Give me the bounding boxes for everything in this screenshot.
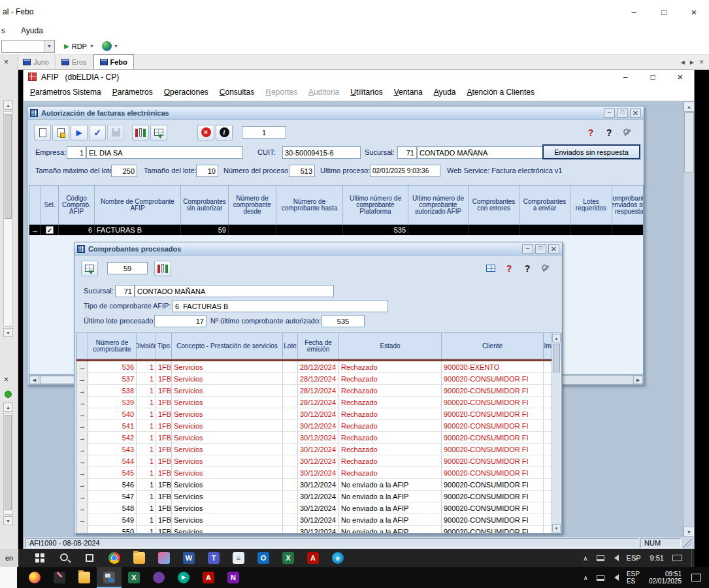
enviados-sin-respuesta-button[interactable]: Enviados sin respuesta [542, 144, 640, 159]
tamano-maximo-field[interactable]: 250 [111, 165, 137, 177]
grid-row[interactable]: 55011FBServicios30/12/2024No enviado a l… [76, 526, 552, 534]
scroll-up-icon[interactable]: ▲ [3, 101, 13, 110]
row-marker[interactable] [76, 491, 88, 502]
scroll-tabs-right-icon[interactable]: ▶ [690, 59, 694, 65]
scroll-up-icon[interactable]: ▲ [3, 402, 13, 412]
clock[interactable]: 9:51 [650, 554, 664, 562]
help-button[interactable] [519, 261, 536, 276]
file-explorer-button[interactable] [72, 567, 97, 588]
info-button[interactable] [216, 125, 233, 140]
grid-row[interactable]: 54111FBServicios30/12/2024Rechazado90002… [76, 420, 552, 432]
close-button[interactable] [548, 244, 559, 253]
close-button[interactable] [679, 0, 709, 24]
volume-icon[interactable] [611, 574, 619, 581]
minimize-button[interactable] [522, 244, 533, 253]
checkbox[interactable] [46, 226, 54, 234]
row-marker[interactable] [29, 225, 41, 235]
row-marker[interactable] [76, 455, 88, 466]
tools-button[interactable] [537, 261, 554, 276]
menu-parámetros-sistema[interactable]: Parámetros Sistema [30, 88, 101, 97]
search-button[interactable] [52, 549, 77, 567]
properties-button[interactable] [52, 125, 69, 140]
language-indicator[interactable]: ESP [627, 554, 641, 562]
rdp-protocol-button[interactable]: ▶ RDP ▼ [64, 42, 94, 50]
context-help-button[interactable] [501, 261, 518, 276]
launcher-button[interactable] [146, 567, 171, 588]
row-marker[interactable] [76, 385, 88, 396]
volume-icon[interactable] [611, 555, 619, 561]
sucursal-name-field[interactable]: CONTADO MAÑANA [135, 285, 334, 297]
design-tool-button[interactable] [47, 567, 72, 588]
task-view-button[interactable] [77, 549, 102, 567]
maximize-button[interactable] [617, 108, 628, 118]
menu-item-partial[interactable]: s [1, 26, 5, 35]
mdi-scrollbar[interactable]: ▲ ▼ [683, 101, 694, 537]
scrollbar-thumb[interactable] [5, 114, 12, 219]
row-marker[interactable] [76, 373, 88, 384]
row-marker[interactable] [76, 397, 88, 408]
scroll-left-icon[interactable]: ◀ [29, 376, 39, 384]
outlook-button[interactable] [251, 549, 276, 567]
row-marker[interactable] [76, 479, 88, 490]
tab-juno[interactable]: Juno [17, 55, 56, 69]
scroll-right-icon[interactable]: ▶ [633, 376, 643, 384]
new-button[interactable] [34, 125, 51, 140]
close-button[interactable] [667, 70, 694, 84]
empresa-name-field[interactable]: EL DIA SA [86, 146, 243, 159]
empresa-code-field[interactable]: 1 [67, 146, 86, 159]
minimize-button[interactable] [604, 108, 615, 118]
tab-eros[interactable]: Eros [56, 55, 93, 69]
context-help-button[interactable] [582, 125, 599, 140]
connection-combobox[interactable]: ▼ [1, 40, 55, 53]
proc-grid-vscrollbar[interactable]: ▲ ▼ [552, 334, 561, 532]
sucursal-code-field[interactable]: 71 [115, 285, 135, 297]
row-marker[interactable] [76, 432, 88, 443]
maximize-button[interactable] [535, 244, 546, 253]
network-icon[interactable] [597, 575, 604, 581]
grid-row[interactable]: 54211FBServicios30/12/2024Rechazado90002… [76, 432, 552, 444]
show-desktop-button[interactable] [691, 549, 695, 567]
proc-titlebar[interactable]: Comprobantes procesados [74, 242, 562, 255]
scrollbar[interactable] [3, 413, 13, 515]
grid-row[interactable]: 54511FBServicios30/12/2024Rechazado90002… [76, 467, 552, 479]
close-icon[interactable]: × [4, 57, 8, 67]
scroll-down-icon[interactable]: ▼ [3, 328, 13, 337]
menu-ventana[interactable]: Ventana [394, 88, 423, 97]
help-button[interactable] [601, 125, 618, 140]
row-marker[interactable] [76, 514, 88, 525]
resize-grip[interactable] [683, 538, 692, 547]
scrollbar-thumb[interactable] [684, 112, 694, 172]
grid-row[interactable]: 54411FBServicios30/12/2024Rechazado90002… [76, 455, 552, 467]
network-icon[interactable] [597, 555, 604, 561]
file-explorer-button[interactable] [127, 549, 152, 567]
cuit-field[interactable]: 30-50009415-6 [282, 146, 361, 159]
external-tools-button[interactable]: ▼ [102, 41, 118, 51]
report-button[interactable] [154, 261, 171, 276]
edge-button[interactable] [325, 549, 350, 567]
acrobat-button[interactable] [301, 549, 325, 567]
menu-auditoria[interactable]: Auditoria [308, 88, 339, 97]
menu-consultas[interactable]: Consultas [220, 88, 254, 97]
row-marker[interactable] [76, 361, 88, 372]
report-button[interactable] [132, 125, 149, 140]
scrollbar-thumb[interactable] [5, 415, 12, 510]
row-marker[interactable] [76, 444, 88, 455]
teams-button[interactable] [201, 549, 226, 567]
save-button[interactable] [107, 125, 124, 140]
minimize-button[interactable] [612, 70, 639, 84]
grid-row[interactable]: 54711FBServicios30/12/2024No enviado a l… [76, 491, 552, 502]
ultimo-lote-field[interactable]: 17 [154, 315, 206, 327]
action-center-icon[interactable] [691, 574, 701, 581]
validate-button[interactable] [89, 125, 106, 140]
excel-button[interactable] [276, 549, 301, 567]
menu-item-ayuda[interactable]: Ayuda [21, 26, 43, 35]
auth-titlebar[interactable]: Autorización de facturas electrónicas [27, 106, 644, 120]
row-marker[interactable] [76, 408, 88, 419]
clock[interactable]: 09:51 02/01/2025 [649, 570, 682, 585]
menu-atención-a-clientes[interactable]: Atención a Clientes [467, 88, 535, 97]
row-marker[interactable] [76, 420, 88, 431]
row-marker[interactable] [76, 526, 88, 534]
mremoteng-button[interactable] [97, 567, 122, 588]
numero-proceso-field[interactable]: 513 [289, 165, 315, 177]
acrobat-button[interactable] [196, 567, 221, 588]
